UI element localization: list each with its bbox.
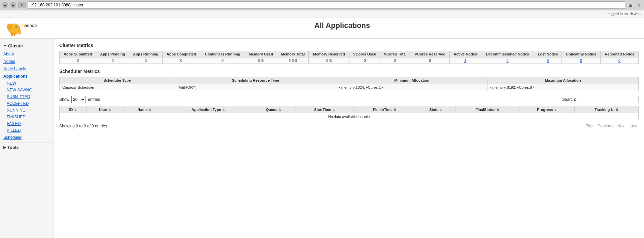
metrics-row: 0 0 0 0 0 0 B 8 GB 0 B 0 8 0 1 0 0 0 0	[60, 57, 639, 64]
sch-col-type: Scheduler Type	[60, 77, 175, 84]
col-final-status[interactable]: FinalStatus ⇅	[455, 106, 519, 113]
val-apps-running: 0	[129, 57, 162, 64]
sidebar-item-node-labels[interactable]: Node Labels	[0, 65, 54, 73]
val-memory-reserved: 0 B	[309, 57, 349, 64]
col-apps-pending: Apps Pending	[96, 51, 129, 57]
pagination-buttons: First Previous Next Last	[584, 123, 639, 129]
val-vcores-reserved: 0	[410, 57, 450, 64]
val-vcores-used: 0	[349, 57, 380, 64]
col-app-type[interactable]: Application Type ⇅	[165, 106, 251, 113]
svg-rect-6	[13, 33, 15, 36]
nodes-label: Nodes	[3, 59, 15, 64]
forward-button[interactable]: ▶	[10, 2, 16, 8]
sidebar-item-killed[interactable]: KILLED	[0, 127, 54, 134]
col-apps-running: Apps Running	[129, 51, 162, 57]
val-unhealthy-nodes[interactable]: 0	[562, 57, 600, 64]
col-id[interactable]: ID ⇅	[60, 106, 87, 113]
sidebar: ▼ Cluster About Nodes Node Labels Applic…	[0, 39, 54, 238]
logged-in-text: Logged in as: dr.who	[606, 12, 641, 16]
next-button[interactable]: Next	[616, 123, 627, 129]
last-button[interactable]: Last	[628, 123, 639, 129]
sidebar-item-submitted[interactable]: SUBMITTED	[0, 93, 54, 100]
browser-toolbar: ◀ ▶ ↻ ⊞ ☆	[0, 0, 644, 10]
applications-table: ID ⇅ User ⇅ Name ⇅ Application Type ⇅ Qu…	[59, 106, 639, 120]
cluster-metrics-title: Cluster Metrics	[59, 43, 639, 48]
page-title: All Applications	[44, 21, 641, 30]
progress-sort-icon: ⇅	[554, 108, 557, 112]
id-sort-icon: ⇅	[74, 108, 77, 112]
sch-val-max-alloc: <memory:8192, vCores:8>	[487, 84, 639, 91]
search-label: Search:	[562, 97, 576, 102]
final-sort-icon: ⇅	[497, 108, 499, 112]
col-rebooted-nodes: Rebooted Nodes	[601, 51, 639, 57]
logged-in-bar: Logged in as: dr.who	[0, 10, 644, 17]
val-lost-nodes[interactable]: 0	[534, 57, 562, 64]
refresh-button[interactable]: ↻	[18, 2, 26, 8]
pagination-info: Showing 0 to 0 of 0 entries	[59, 124, 107, 128]
hadoop-logo: h adoop	[3, 19, 44, 36]
col-tracking-ui[interactable]: Tracking UI ⇅	[574, 106, 638, 113]
svg-point-4	[16, 27, 16, 27]
val-rebooted-nodes[interactable]: 0	[601, 57, 639, 64]
show-label: Show	[59, 97, 69, 102]
tracking-sort-icon: ⇅	[616, 108, 618, 112]
col-apps-completed: Apps Completed	[162, 51, 200, 57]
sidebar-item-finished[interactable]: FINISHED	[0, 114, 54, 120]
cluster-metrics-table: Apps Submitted Apps Pending Apps Running…	[59, 51, 639, 64]
star-icon[interactable]: ☆	[635, 2, 642, 8]
svg-text:adoop: adoop	[25, 23, 37, 28]
col-progress[interactable]: Progress ⇅	[519, 106, 574, 113]
sidebar-item-new-saving[interactable]: NEW SAVING	[0, 87, 54, 93]
sidebar-item-failed[interactable]: FAILED	[0, 120, 54, 127]
bookmark-icon[interactable]: ⊞	[627, 2, 634, 8]
first-button[interactable]: First	[584, 123, 595, 129]
sidebar-item-nodes[interactable]: Nodes	[0, 58, 54, 65]
logo-area: h adoop	[3, 19, 44, 36]
sch-val-min-alloc: <memory:1024, vCores:1>	[336, 84, 487, 91]
sidebar-item-accepted[interactable]: ACCEPTED	[0, 100, 54, 107]
name-sort-icon: ⇅	[148, 108, 151, 112]
sch-col-resource-type: Scheduling Resource Type	[175, 77, 336, 84]
back-button[interactable]: ◀	[2, 2, 8, 8]
col-decommissioned-nodes: Decommissioned Nodes	[481, 51, 534, 57]
sidebar-item-scheduler[interactable]: Scheduler	[0, 134, 54, 141]
search-input[interactable]	[578, 96, 639, 103]
cluster-section-header[interactable]: ▼ Cluster	[0, 41, 54, 50]
browser-icons: ⊞ ☆	[627, 2, 642, 8]
sidebar-item-running[interactable]: RUNNING	[0, 107, 54, 114]
col-queue[interactable]: Queue ⇅	[251, 106, 296, 113]
col-start-time[interactable]: StartTime ⇅	[296, 106, 353, 113]
col-user[interactable]: User ⇅	[87, 106, 124, 113]
col-containers-running: Containers Running	[200, 51, 245, 57]
col-unhealthy-nodes: Unhealthy Nodes	[562, 51, 600, 57]
previous-button[interactable]: Previous	[596, 123, 615, 129]
empty-message: No data available in table	[60, 113, 639, 120]
main-layout: ▼ Cluster About Nodes Node Labels Applic…	[0, 39, 644, 238]
col-finish-time[interactable]: FinishTime ⇅	[353, 106, 416, 113]
page-title-area: All Applications	[44, 21, 641, 35]
sidebar-item-about[interactable]: About	[0, 50, 54, 58]
val-decommissioned-nodes[interactable]: 0	[481, 57, 534, 64]
sidebar-tools-section[interactable]: ▶ Tools	[0, 143, 54, 152]
sidebar-item-applications[interactable]: Applications	[0, 73, 54, 80]
finish-sort-icon: ⇅	[394, 108, 396, 112]
svg-rect-5	[11, 33, 13, 36]
about-label: About	[3, 52, 14, 56]
val-active-nodes[interactable]: 1	[450, 57, 481, 64]
col-active-nodes: Active Nodes	[450, 51, 481, 57]
col-state[interactable]: State ⇅	[416, 106, 455, 113]
header-bar: h adoop All Applications	[0, 17, 644, 39]
cluster-label: Cluster	[8, 43, 23, 48]
scheduler-metrics-table: Scheduler Type Scheduling Resource Type …	[59, 77, 639, 91]
browser-chrome: ◀ ▶ ↻ ⊞ ☆	[0, 0, 644, 10]
app-type-sort-icon: ⇅	[222, 108, 225, 112]
queue-sort-icon: ⇅	[278, 108, 281, 112]
col-name[interactable]: Name ⇅	[124, 106, 165, 113]
entries-label: entries	[88, 97, 100, 102]
col-memory-reserved: Memory Reserved	[309, 51, 349, 57]
val-containers-running: 0	[200, 57, 245, 64]
address-bar[interactable]	[28, 1, 625, 9]
sidebar-item-new[interactable]: NEW	[0, 80, 54, 87]
entries-select[interactable]: 10 20 25 50 100	[71, 96, 86, 103]
scheduler-metrics-title: Scheduler Metrics	[59, 69, 639, 74]
